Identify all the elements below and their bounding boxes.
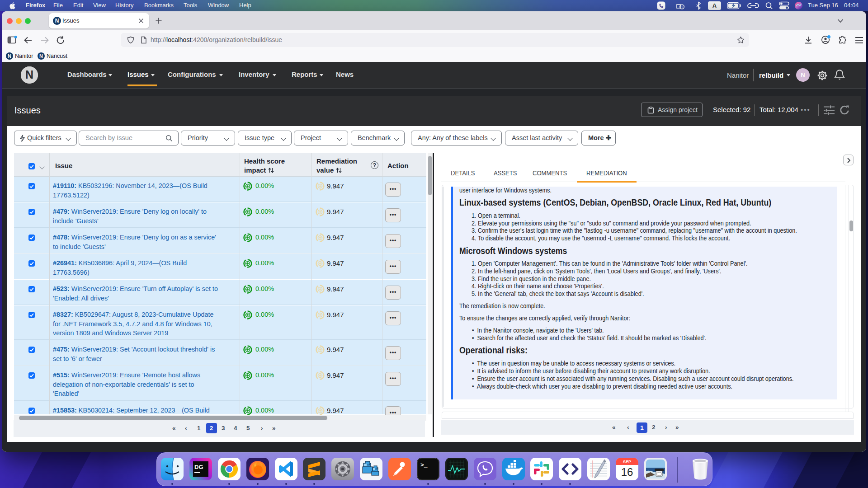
svg-text:SEP: SEP bbox=[623, 460, 631, 464]
svg-text:DG: DG bbox=[194, 464, 203, 470]
svg-text:16: 16 bbox=[621, 466, 633, 478]
svg-text:>_: >_ bbox=[420, 462, 428, 469]
